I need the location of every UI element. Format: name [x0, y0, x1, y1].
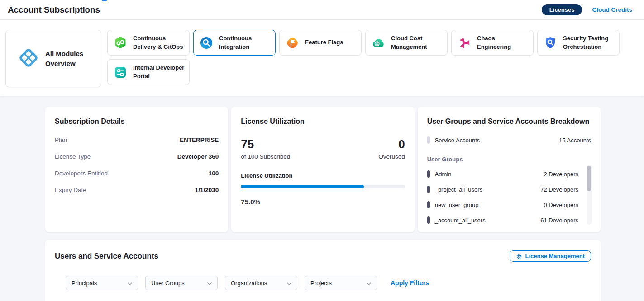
module-card-security-testing[interactable]: Security Testing Orchestration — [537, 30, 620, 56]
user-group-marker — [427, 201, 430, 208]
detail-row-expiry-date: Expiry Date 1/1/2030 — [55, 187, 219, 193]
detail-row-license-type: License Type Developer 360 — [55, 153, 219, 160]
user-group-row: new_user_group 0 Developers — [427, 201, 578, 208]
modules-band: All Modules Overview Continuous Delivery… — [0, 20, 644, 96]
main-content: Subscription Details Plan ENTERPRISE Lic… — [0, 96, 644, 301]
module-label: Chaos Engineering — [477, 34, 530, 51]
security-testing-icon — [543, 36, 558, 50]
module-label: Security Testing Orchestration — [563, 34, 615, 51]
feature-flags-icon — [285, 36, 300, 50]
user-groups-header: User Groups — [427, 156, 591, 163]
chevron-down-icon — [128, 280, 132, 287]
modules-grid: Continuous Delivery & GitOps Continuous … — [107, 30, 620, 96]
utilization-progress-track — [241, 185, 405, 188]
module-label: Continuous Integration — [219, 34, 272, 51]
chevron-down-icon — [287, 280, 291, 287]
utilization-bar-label: License Utilization — [241, 172, 405, 179]
module-card-continuous-integration[interactable]: Continuous Integration — [193, 30, 276, 56]
chevron-down-icon — [367, 280, 371, 287]
gear-icon — [516, 253, 522, 259]
projects-filter[interactable]: Projects — [305, 276, 377, 290]
user-group-marker — [427, 170, 430, 178]
module-card-cd-gitops[interactable]: Continuous Delivery & GitOps — [107, 30, 190, 56]
breakdown-card: User Groups and Service Accounts Breakdo… — [418, 107, 601, 232]
continuous-integration-icon — [199, 36, 214, 50]
module-card-internal-developer-portal[interactable]: Internal Developer Portal — [107, 59, 190, 85]
module-label: Feature Flags — [305, 38, 343, 47]
users-service-accounts-section: Users and Service Accounts License Manag… — [45, 240, 601, 301]
overused-caption: Overused — [378, 153, 405, 160]
detail-row-plan: Plan ENTERPRISE — [55, 136, 219, 143]
used-count: 75 — [241, 138, 290, 150]
svg-text:$: $ — [376, 42, 378, 46]
licenses-tab[interactable]: Licenses — [542, 4, 582, 15]
user-groups-list: Admin 2 Developers _project_all_users 72… — [427, 170, 591, 224]
breakdown-title: User Groups and Service Accounts Breakdo… — [427, 118, 591, 126]
users-section-title: Users and Service Accounts — [55, 252, 158, 261]
license-utilization-title: License Utilization — [241, 118, 405, 126]
page-title: Account Subscriptions — [8, 5, 100, 15]
cd-gitops-icon — [113, 36, 128, 50]
module-label: Cloud Cost Management — [391, 34, 444, 51]
user-group-row: _account_all_users 61 Developers — [427, 216, 578, 224]
cloud-credits-tab[interactable]: Cloud Credits — [592, 6, 632, 13]
all-modules-overview-card[interactable]: All Modules Overview — [5, 30, 101, 87]
user-group-marker — [427, 186, 430, 193]
all-modules-icon — [18, 47, 39, 71]
filters-row: Principals User Groups Organizations Pro… — [55, 276, 591, 290]
overused-count: 0 — [378, 138, 405, 150]
module-label: Internal Developer Portal — [133, 64, 186, 80]
clipped-tab-indicator — [102, 0, 107, 1]
used-caption: of 100 Subscribed — [241, 153, 290, 160]
user-groups-scrollbar[interactable] — [587, 165, 592, 225]
user-group-marker — [427, 216, 430, 224]
principals-filter[interactable]: Principals — [66, 276, 138, 290]
license-management-button[interactable]: License Management — [510, 250, 592, 262]
utilization-percent: 75.0% — [241, 198, 405, 206]
overused-count-block: 0 Overused — [378, 138, 405, 160]
subscription-details-card: Subscription Details Plan ENTERPRISE Lic… — [45, 107, 228, 232]
module-card-chaos-engineering[interactable]: Chaos Engineering — [451, 30, 534, 56]
user-groups-filter[interactable]: User Groups — [145, 276, 218, 290]
module-card-cloud-cost[interactable]: $ Cloud Cost Management — [365, 30, 448, 56]
header-tabs: Licenses Cloud Credits — [542, 4, 632, 15]
module-label: Continuous Delivery & GitOps — [133, 34, 186, 51]
utilization-progress-fill — [241, 185, 364, 188]
organizations-filter[interactable]: Organizations — [225, 276, 297, 290]
license-utilization-card: License Utilization 75 of 100 Subscribed… — [231, 107, 414, 232]
service-accounts-row: Service Accounts 15 Accounts — [427, 136, 591, 144]
apply-filters-link[interactable]: Apply Filters — [391, 279, 429, 287]
module-card-feature-flags[interactable]: Feature Flags — [279, 30, 362, 56]
all-modules-overview-label: All Modules Overview — [45, 49, 89, 69]
scrollbar-thumb[interactable] — [587, 166, 591, 191]
used-count-block: 75 of 100 Subscribed — [241, 138, 290, 160]
user-group-row: Admin 2 Developers — [427, 170, 578, 178]
service-accounts-marker — [427, 136, 430, 144]
internal-developer-portal-icon — [113, 65, 128, 80]
chevron-down-icon — [207, 280, 212, 287]
cloud-cost-icon: $ — [371, 36, 386, 50]
top-header-bar: Account Subscriptions Licenses Cloud Cre… — [0, 0, 644, 20]
detail-row-developers-entitled: Developers Entitled 100 — [55, 170, 219, 177]
chaos-engineering-icon — [457, 36, 472, 50]
user-group-row: _project_all_users 72 Developers — [427, 186, 578, 193]
subscription-details-title: Subscription Details — [55, 118, 219, 126]
